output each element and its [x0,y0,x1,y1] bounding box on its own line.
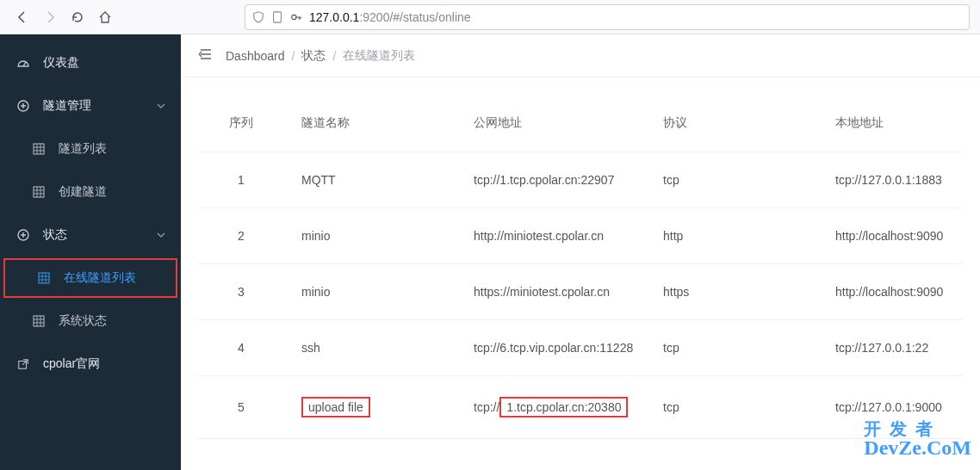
address-bar[interactable]: 127.0.0.1:9200/#/status/online [245,4,970,30]
lock-icon [290,11,302,23]
table-row: 5upload filetcp://1.tcp.cpolar.cn:20380t… [198,376,963,439]
svg-rect-4 [34,187,44,197]
gauge-icon [16,56,31,70]
url-text: 127.0.0.1:9200/#/status/online [309,10,962,24]
th-proto: 协议 [646,95,818,152]
cell-public: tcp://1.tcp.cpolar.cn:22907 [456,152,646,208]
browser-toolbar: 127.0.0.1:9200/#/status/online [0,0,980,34]
svg-rect-3 [34,144,44,154]
cell-local: http://localhost:9090 [818,208,963,264]
tunnel-table: 序列 隧道名称 公网地址 协议 本地地址 1MQTTtcp://1.tcp.cp… [198,95,963,439]
cell-public: http://miniotest.cpolar.cn [456,208,646,264]
sidebar-system-status-label: 系统状态 [59,313,107,329]
cell-idx: 4 [198,320,284,376]
chevron-down-icon [157,99,165,113]
breadcrumb: Dashboard / 状态 / 在线隧道列表 [226,48,415,64]
sidebar-item-tunnel-mgmt[interactable]: 隧道管理 [0,84,181,127]
th-public: 公网地址 [456,95,646,152]
table-row: 1MQTTtcp://1.tcp.cpolar.cn:22907tcptcp:/… [198,152,963,208]
table-row: 3miniohttps://miniotest.cpolar.cnhttpsht… [198,264,963,320]
topbar: Dashboard / 状态 / 在线隧道列表 [181,34,980,77]
grid-icon [31,143,47,155]
sidebar-cpolar-site-label: cpolar官网 [43,356,100,372]
th-name: 隧道名称 [284,95,456,152]
cell-local: tcp://127.0.0.1:1883 [818,152,963,208]
cell-local: tcp://127.0.0.1:9000 [818,376,963,439]
th-local: 本地地址 [818,95,963,152]
cell-proto: http [646,208,818,264]
collapse-sidebar-button[interactable] [198,46,214,65]
sidebar-dashboard-label: 仪表盘 [43,55,79,71]
svg-rect-6 [39,273,49,283]
table-row: 4sshtcp://6.tcp.vip.cpolar.cn:11228tcptc… [198,320,963,376]
breadcrumb-current: 在线隧道列表 [343,48,415,64]
sidebar-sub-online-list[interactable]: 在线隧道列表 [3,258,177,298]
chevron-down-icon [157,228,165,242]
sidebar-item-status[interactable]: 状态 [0,213,181,257]
sidebar-item-dashboard[interactable]: 仪表盘 [0,41,181,84]
cell-local: tcp://127.0.0.1:22 [818,320,963,376]
sidebar-online-list-label: 在线隧道列表 [64,270,136,286]
grid-icon [31,315,47,327]
cell-local: http://localhost:9090 [818,264,963,320]
external-link-icon [16,358,31,370]
circle-plus-icon [16,99,31,113]
cell-idx: 2 [198,208,284,264]
cell-public: tcp://1.tcp.cpolar.cn:20380 [456,376,646,439]
breadcrumb-status[interactable]: 状态 [301,48,326,64]
cell-proto: tcp [646,152,818,208]
sidebar: 仪表盘 隧道管理 隧道列表 创建隧道 [0,34,181,470]
sidebar-tunnel-list-label: 隧道列表 [59,141,107,157]
cell-idx: 5 [198,376,284,439]
sidebar-sub-create-tunnel[interactable]: 创建隧道 [0,170,181,213]
cell-idx: 3 [198,264,284,320]
table-row: 2miniohttp://miniotest.cpolar.cnhttphttp… [198,208,963,264]
sidebar-status-label: 状态 [43,227,67,243]
cell-idx: 1 [198,152,284,208]
grid-icon [31,186,47,198]
cell-proto: tcp [646,320,818,376]
cell-name: ssh [284,320,456,376]
page-icon [271,11,283,23]
breadcrumb-sep: / [332,49,336,63]
cell-name: minio [284,264,456,320]
sidebar-create-tunnel-label: 创建隧道 [59,184,107,200]
cell-public: https://miniotest.cpolar.cn [456,264,646,320]
sidebar-tunnel-mgmt-label: 隧道管理 [43,98,91,114]
breadcrumb-sep: / [292,49,295,63]
cell-name: upload file [284,376,456,439]
sidebar-item-cpolar-site[interactable]: cpolar官网 [0,343,181,386]
svg-rect-7 [34,316,44,326]
svg-rect-0 [274,11,282,22]
nav-refresh-button[interactable] [65,5,90,29]
nav-home-button[interactable] [93,5,117,29]
cell-proto: tcp [646,376,818,439]
sidebar-sub-system-status[interactable]: 系统状态 [0,300,181,343]
grid-icon [36,272,52,284]
svg-point-1 [292,15,296,19]
cell-proto: https [646,264,818,320]
th-idx: 序列 [198,95,284,152]
sidebar-sub-tunnel-list[interactable]: 隧道列表 [0,127,181,170]
cell-public: tcp://6.tcp.vip.cpolar.cn:11228 [456,320,646,376]
main-content: Dashboard / 状态 / 在线隧道列表 序列 隧道名称 公网地址 协议 … [181,34,980,470]
cell-name: minio [284,208,456,264]
shield-icon [252,11,264,23]
circle-plus-icon [16,228,31,242]
breadcrumb-dashboard[interactable]: Dashboard [226,49,285,63]
cell-name: MQTT [284,152,456,208]
nav-forward-button[interactable] [38,5,62,29]
nav-back-button[interactable] [10,5,34,29]
